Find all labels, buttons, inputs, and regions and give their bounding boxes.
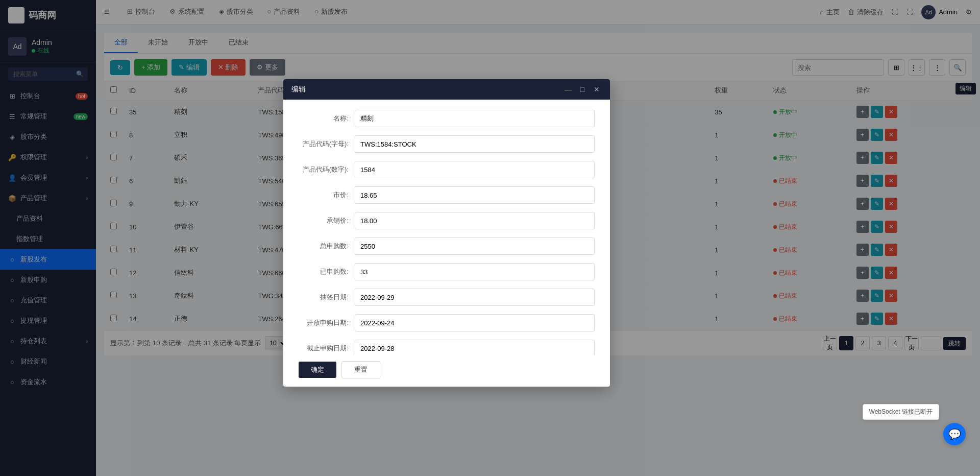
form-input-lottery_date[interactable] — [355, 289, 595, 306]
form-row: 产品代码(字母): — [299, 135, 595, 153]
form-row: 名称: — [299, 110, 595, 127]
form-row: 截止申购日期: — [299, 340, 595, 355]
modal-overlay: 编辑 — □ ✕ 名称: 产品代码(字母): 产品代码(数字): 市价: 承销价… — [0, 0, 980, 476]
form-label-open_date: 开放申购日期: — [299, 318, 355, 327]
form-row: 已申购数: — [299, 263, 595, 280]
modal-body: 名称: 产品代码(字母): 产品代码(数字): 市价: 承销价: 总申购数: 已… — [283, 100, 610, 355]
form-input-code_num[interactable] — [355, 161, 595, 178]
form-input-applied[interactable] — [355, 263, 595, 280]
form-input-open_date[interactable] — [355, 314, 595, 331]
modal-title: 编辑 — [291, 85, 306, 94]
reset-button[interactable]: 重置 — [341, 361, 380, 378]
websocket-tooltip: WebSocket 链接已断开 — [863, 404, 939, 420]
form-row: 抽签日期: — [299, 289, 595, 306]
form-row: 总申购数: — [299, 237, 595, 255]
form-label-code_alpha: 产品代码(字母): — [299, 139, 355, 149]
form-row: 市价: — [299, 186, 595, 204]
form-label-applied: 已申购数: — [299, 267, 355, 276]
modal-footer: 确定 重置 — [283, 355, 610, 387]
form-row: 承销价: — [299, 212, 595, 229]
modal-maximize[interactable]: □ — [577, 84, 587, 94]
form-row: 开放申购日期: — [299, 314, 595, 331]
form-label-close_date: 截止申购日期: — [299, 344, 355, 353]
modal-header: 编辑 — □ ✕ — [283, 79, 610, 100]
form-label-market_price: 市价: — [299, 191, 355, 200]
form-label-total_apply: 总申购数: — [299, 242, 355, 251]
chat-bubble[interactable]: 💬 — [943, 423, 966, 445]
form-label-name: 名称: — [299, 114, 355, 123]
edit-modal: 编辑 — □ ✕ 名称: 产品代码(字母): 产品代码(数字): 市价: 承销价… — [283, 79, 610, 387]
form-label-code_num: 产品代码(数字): — [299, 165, 355, 174]
modal-minimize[interactable]: — — [563, 84, 573, 94]
confirm-button[interactable]: 确定 — [299, 362, 336, 378]
form-input-code_alpha[interactable] — [355, 135, 595, 153]
form-input-close_date[interactable] — [355, 340, 595, 355]
modal-controls: — □ ✕ — [563, 84, 602, 94]
form-input-name[interactable] — [355, 110, 595, 127]
form-input-underwrite_price[interactable] — [355, 212, 595, 229]
form-row: 产品代码(数字): — [299, 161, 595, 178]
form-input-total_apply[interactable] — [355, 237, 595, 255]
form-label-lottery_date: 抽签日期: — [299, 293, 355, 302]
form-label-underwrite_price: 承销价: — [299, 216, 355, 225]
modal-close[interactable]: ✕ — [592, 84, 602, 94]
form-input-market_price[interactable] — [355, 186, 595, 204]
